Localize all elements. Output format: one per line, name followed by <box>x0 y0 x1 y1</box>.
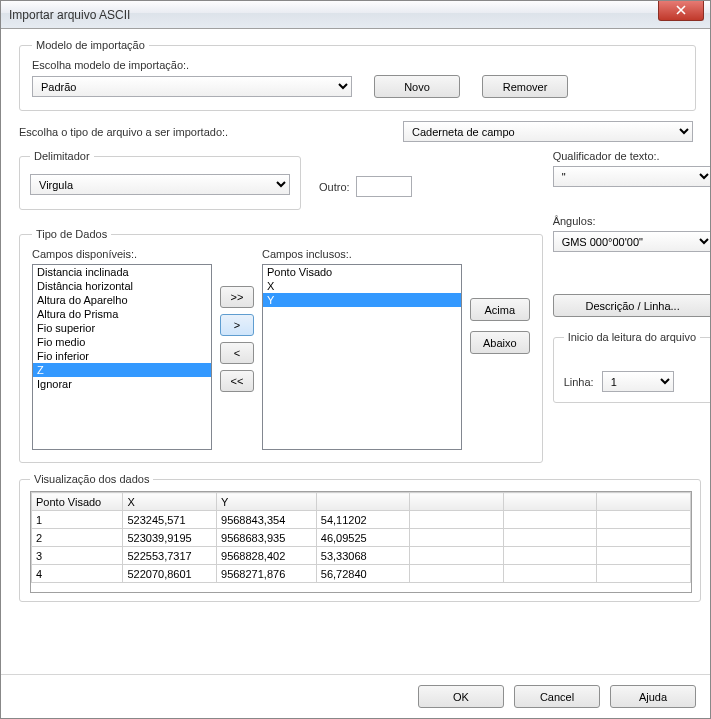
preview-group: Visualização dos dados Ponto VisadoXY 15… <box>19 473 701 602</box>
move-all-left-button[interactable]: << <box>220 370 254 392</box>
preview-table: Ponto VisadoXY 1523245,5719568843,35454,… <box>31 492 691 583</box>
file-type-row: Escolha o tipo de arquivo a ser importad… <box>19 121 696 142</box>
description-button[interactable]: Descrição / Linha... <box>553 294 710 317</box>
model-new-button[interactable]: Novo <box>374 75 460 98</box>
table-cell <box>503 565 597 583</box>
text-qualifier-label: Qualificador de texto:. <box>553 150 710 162</box>
window-title: Importar arquivo ASCII <box>9 8 130 22</box>
start-line-label: Linha: <box>564 376 594 388</box>
delimiter-group: Delimitador Virgula <box>19 150 301 210</box>
table-row[interactable]: 2523039,91959568683,93546,09525 <box>32 529 691 547</box>
table-cell: 522070,8601 <box>123 565 217 583</box>
dialog-content: Modelo de importação Escolha modelo de i… <box>1 29 710 674</box>
data-type-legend: Tipo de Dados <box>32 228 111 240</box>
list-item[interactable]: Altura do Prisma <box>33 307 211 321</box>
table-header[interactable]: Ponto Visado <box>32 493 123 511</box>
move-right-button[interactable]: > <box>220 314 254 336</box>
table-cell: 46,09525 <box>316 529 410 547</box>
table-cell <box>503 529 597 547</box>
move-up-button[interactable]: Acima <box>470 298 530 321</box>
delimiter-other-input[interactable] <box>356 176 412 197</box>
dialog-footer: OK Cancel Ajuda <box>1 674 710 718</box>
help-button[interactable]: Ajuda <box>610 685 696 708</box>
table-cell <box>410 565 504 583</box>
list-item[interactable]: Fio medio <box>33 335 211 349</box>
table-header[interactable] <box>503 493 597 511</box>
list-item[interactable]: Altura do Aparelho <box>33 293 211 307</box>
included-listbox[interactable]: Ponto VisadoXY <box>262 264 462 450</box>
table-cell: 1 <box>32 511 123 529</box>
table-cell <box>597 511 691 529</box>
ok-button[interactable]: OK <box>418 685 504 708</box>
table-cell <box>503 511 597 529</box>
table-cell: 522553,7317 <box>123 547 217 565</box>
table-header[interactable] <box>410 493 504 511</box>
included-label: Campos inclusos:. <box>262 248 462 260</box>
table-cell <box>410 511 504 529</box>
list-item[interactable]: Distancia inclinada <box>33 265 211 279</box>
cancel-button[interactable]: Cancel <box>514 685 600 708</box>
updown-buttons: Acima Abaixo <box>470 248 530 354</box>
move-down-button[interactable]: Abaixo <box>470 331 530 354</box>
table-cell: 56,72840 <box>316 565 410 583</box>
table-cell: 9568271,876 <box>217 565 317 583</box>
data-type-group: Tipo de Dados Campos disponíveis:. Dista… <box>19 228 543 463</box>
angles-label: Ângulos: <box>553 215 710 227</box>
table-cell: 4 <box>32 565 123 583</box>
delimiter-select[interactable]: Virgula <box>30 174 290 195</box>
model-legend: Modelo de importação <box>32 39 149 51</box>
close-button[interactable] <box>658 1 704 21</box>
table-cell <box>597 529 691 547</box>
table-header[interactable] <box>316 493 410 511</box>
table-cell <box>503 547 597 565</box>
titlebar: Importar arquivo ASCII <box>1 1 710 29</box>
model-remove-button[interactable]: Remover <box>482 75 568 98</box>
delimiter-legend: Delimitador <box>30 150 94 162</box>
table-row[interactable]: 3522553,73179568828,40253,33068 <box>32 547 691 565</box>
right-column: Qualificador de texto:. " Ângulos: GMS 0… <box>553 150 710 413</box>
table-cell: 3 <box>32 547 123 565</box>
table-header[interactable] <box>597 493 691 511</box>
available-label: Campos disponíveis:. <box>32 248 212 260</box>
table-row[interactable]: 1523245,5719568843,35454,11202 <box>32 511 691 529</box>
list-item[interactable]: Y <box>263 293 461 307</box>
move-all-right-button[interactable]: >> <box>220 286 254 308</box>
list-item[interactable]: Z <box>33 363 211 377</box>
table-header[interactable]: X <box>123 493 217 511</box>
model-select[interactable]: Padrão <box>32 76 352 97</box>
available-listbox[interactable]: Distancia inclinadaDistância horizontalA… <box>32 264 212 450</box>
move-left-button[interactable]: < <box>220 342 254 364</box>
list-item[interactable]: Ignorar <box>33 377 211 391</box>
list-item[interactable]: X <box>263 279 461 293</box>
close-icon <box>676 5 686 15</box>
start-line-select[interactable]: 1 <box>602 371 674 392</box>
start-line-group: Inicio da leitura do arquivo Linha: 1 <box>553 331 710 403</box>
angles-select[interactable]: GMS 000°00'00" <box>553 231 710 252</box>
table-cell: 523245,571 <box>123 511 217 529</box>
list-item[interactable]: Ponto Visado <box>263 265 461 279</box>
table-header-row: Ponto VisadoXY <box>32 493 691 511</box>
preview-legend: Visualização dos dados <box>30 473 153 485</box>
list-item[interactable]: Fio superior <box>33 321 211 335</box>
preview-table-wrap[interactable]: Ponto VisadoXY 1523245,5719568843,35454,… <box>30 491 692 593</box>
list-item[interactable]: Distância horizontal <box>33 279 211 293</box>
table-header[interactable]: Y <box>217 493 317 511</box>
start-line-legend: Inicio da leitura do arquivo <box>564 331 700 343</box>
model-label: Escolha modelo de importação:. <box>32 59 683 71</box>
dialog-window: Importar arquivo ASCII Modelo de importa… <box>0 0 711 719</box>
text-qualifier-select[interactable]: " <box>553 166 710 187</box>
table-row[interactable]: 4522070,86019568271,87656,72840 <box>32 565 691 583</box>
model-group: Modelo de importação Escolha modelo de i… <box>19 39 696 111</box>
table-cell: 2 <box>32 529 123 547</box>
table-cell: 523039,9195 <box>123 529 217 547</box>
list-item[interactable]: Fio inferior <box>33 349 211 363</box>
file-type-select[interactable]: Caderneta de campo <box>403 121 693 142</box>
table-cell <box>597 565 691 583</box>
table-cell: 54,11202 <box>316 511 410 529</box>
table-cell: 9568843,354 <box>217 511 317 529</box>
table-cell <box>410 529 504 547</box>
table-cell: 53,33068 <box>316 547 410 565</box>
middle-columns: Delimitador Virgula Outro: Tipo de Dados <box>19 150 696 473</box>
table-cell: 9568683,935 <box>217 529 317 547</box>
mover-buttons: >> > < << <box>220 248 254 392</box>
